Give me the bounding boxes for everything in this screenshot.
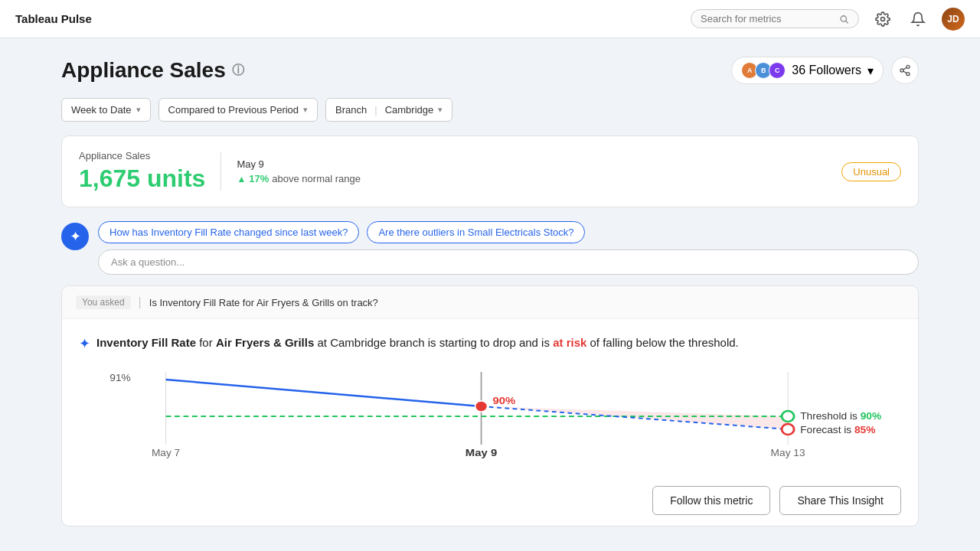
page-title: Appliance Sales ⓘ [61,58,244,83]
answer-bold-2: Air Fryers & Grills [216,336,314,349]
comparison-label: Compared to Previous Period [168,104,299,116]
notifications-icon[interactable] [906,8,929,31]
followers-chevron: ▾ [867,64,874,78]
share-icon [899,64,911,77]
metric-date-area: May 9 ▲ 17% above normal range [237,158,361,184]
share-insight-button[interactable]: Share This Insight [779,486,901,515]
share-button[interactable] [891,57,919,84]
chart-container: 91% 90% [79,364,901,475]
change-arrow: ▲ [237,174,246,184]
comparison-filter[interactable]: Compared to Previous Period ▾ [158,98,318,122]
svg-line-7 [903,67,907,70]
svg-point-4 [900,69,903,72]
answer-for: for [199,336,216,349]
filter-bar: Week to Date ▾ Compared to Previous Peri… [61,98,919,122]
svg-text:May 13: May 13 [771,448,805,458]
suggestion-row: How has Inventory Fill Rate changed sinc… [98,221,919,243]
info-icon[interactable]: ⓘ [232,63,244,79]
filter-divider: | [374,104,377,116]
app-brand: Tableau Pulse [15,12,92,25]
branch-value: Cambridge [385,104,434,116]
page-title-text: Appliance Sales [61,58,226,83]
follower-avatars: A B C [741,62,786,79]
search-bar[interactable] [691,9,859,28]
date-range-filter[interactable]: Week to Date ▾ [61,98,151,122]
comparison-chevron: ▾ [303,105,308,115]
follower-avatar-3: C [769,62,786,79]
main-content: Appliance Sales ⓘ A B C 36 Followers ▾ [0,38,980,551]
metric-label: Appliance Sales [79,150,205,161]
svg-point-2 [881,17,885,21]
svg-point-18 [782,424,794,435]
ai-sparkle-icon: ✦ [79,335,90,352]
change-suffix: above normal range [272,173,361,184]
branch-chevron: ▾ [438,105,443,115]
answer-bold-1: Inventory Fill Rate [96,336,196,349]
svg-text:90%: 90% [492,395,515,406]
svg-text:91%: 91% [109,373,130,383]
metric-main: Appliance Sales 1,675 units [79,150,205,193]
you-asked-label: You asked [76,295,131,309]
metric-card: Appliance Sales 1,675 units May 9 ▲ 17% … [61,135,919,207]
top-navigation: Tableau Pulse JD [0,0,980,38]
ask-question-input[interactable]: Ask a question... [98,249,919,275]
answer-suffix: of falling below the threshold. [590,336,739,349]
response-header: You asked | Is Inventory Fill Rate for A… [62,286,918,319]
svg-text:May 7: May 7 [152,448,180,458]
metric-value: 1,675 units [79,165,205,193]
follow-metric-button[interactable]: Follow this metric [652,486,770,515]
date-range-chevron: ▾ [136,105,141,115]
date-range-label: Week to Date [71,104,132,116]
answer-at: at Cambridge branch is starting to drop … [317,336,550,349]
svg-text:May 9: May 9 [466,447,498,458]
svg-point-0 [841,15,846,21]
suggestions-column: How has Inventory Fill Rate changed sinc… [98,221,919,275]
branch-label: Branch [335,104,367,116]
metric-change: ▲ 17% above normal range [237,173,361,184]
metric-date: May 9 [237,158,361,170]
response-footer: Follow this metric Share This Insight [62,475,918,526]
suggestion-chip-2[interactable]: Are there outliers in Small Electricals … [367,221,585,243]
svg-point-17 [782,411,794,422]
ai-answer-text: Inventory Fill Rate for Air Fryers & Gri… [96,334,739,352]
svg-text:Threshold is 90%: Threshold is 90% [800,411,882,422]
settings-icon[interactable] [871,8,894,31]
followers-count: 36 Followers [792,64,861,77]
user-avatar[interactable]: JD [942,8,965,31]
suggestion-chip-1[interactable]: How has Inventory Fill Rate changed sinc… [98,221,359,243]
svg-line-1 [846,21,848,23]
response-card: You asked | Is Inventory Fill Rate for A… [61,285,919,527]
svg-point-15 [475,401,488,412]
followers-pill[interactable]: A B C 36 Followers ▾ [731,57,884,84]
svg-point-3 [906,65,910,68]
search-icon [839,14,849,24]
metric-divider [220,152,221,191]
response-body: ✦ Inventory Fill Rate for Air Fryers & G… [62,319,918,475]
page-header: Appliance Sales ⓘ A B C 36 Followers ▾ [61,57,919,84]
svg-line-6 [903,71,907,73]
response-question: Is Inventory Fill Rate for Air Fryers & … [149,297,378,308]
answer-risk: at risk [553,336,586,349]
ai-icon-button[interactable]: ✦ [61,223,89,250]
svg-text:Forecast is 85%: Forecast is 85% [800,425,876,435]
branch-filter[interactable]: Branch | Cambridge ▾ [325,98,452,122]
svg-point-5 [906,73,910,76]
followers-area: A B C 36 Followers ▾ [731,57,919,84]
search-input[interactable] [701,13,835,24]
ai-answer: ✦ Inventory Fill Rate for Air Fryers & G… [79,334,901,352]
change-pct: 17% [249,173,269,184]
ai-suggestions-area: ✦ How has Inventory Fill Rate changed si… [61,221,919,275]
chart-svg: 91% 90% [96,364,884,464]
unusual-badge: Unusual [841,162,901,181]
